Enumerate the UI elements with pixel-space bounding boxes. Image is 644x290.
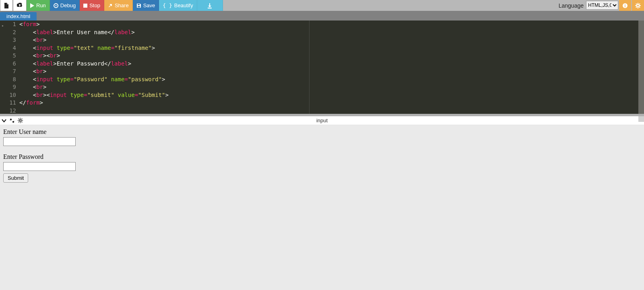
share-icon xyxy=(108,3,113,8)
save-label: Save xyxy=(143,2,155,8)
svg-rect-5 xyxy=(208,8,212,8)
submit-button[interactable]: Submit xyxy=(3,173,28,183)
info-icon: i xyxy=(622,3,628,8)
expand-icon xyxy=(10,118,14,123)
settings-button[interactable] xyxy=(632,0,644,11)
new-file-button[interactable] xyxy=(0,0,13,11)
file-icon xyxy=(4,3,9,8)
svg-line-13 xyxy=(636,4,637,4)
download-button[interactable] xyxy=(197,0,223,11)
debug-button[interactable]: Debug xyxy=(50,0,80,11)
language-select[interactable]: HTML,JS,CSS xyxy=(586,1,618,10)
debug-label: Debug xyxy=(60,2,76,8)
beautify-button[interactable]: { } Beautify xyxy=(159,0,197,11)
share-button[interactable]: Share xyxy=(104,0,133,11)
tab-index-html[interactable]: index.html xyxy=(0,12,37,21)
output-label-password: Enter Password xyxy=(3,153,641,160)
collapse-output-button[interactable] xyxy=(0,118,8,123)
output-label-username: Enter User name xyxy=(3,128,641,136)
code-editor[interactable]: ▸1 23456789101112 <form> <label>Enter Us… xyxy=(0,21,644,114)
print-margin xyxy=(309,21,310,114)
output-scroll-up[interactable] xyxy=(638,116,644,122)
editor-scrollbar[interactable] xyxy=(638,21,644,114)
svg-line-24 xyxy=(18,121,19,122)
svg-line-25 xyxy=(21,119,22,119)
play-icon xyxy=(30,3,34,8)
run-button[interactable]: Run xyxy=(27,0,50,11)
info-button[interactable]: i xyxy=(619,0,631,11)
debug-icon xyxy=(54,3,58,8)
svg-line-22 xyxy=(18,119,19,119)
output-header: input xyxy=(0,116,644,125)
expand-output-button[interactable] xyxy=(8,118,16,123)
svg-line-14 xyxy=(639,7,640,8)
upload-icon xyxy=(17,3,23,8)
code-area[interactable]: <form> <label>Enter User name</label> <b… xyxy=(19,21,644,114)
output-pane: Enter User name Enter Password Submit xyxy=(0,125,644,290)
output-settings-button[interactable] xyxy=(16,118,24,123)
password-input[interactable] xyxy=(3,162,76,171)
svg-line-23 xyxy=(21,121,22,122)
share-label: Share xyxy=(115,2,129,8)
output-title: input xyxy=(316,117,328,123)
svg-rect-2 xyxy=(83,4,87,8)
svg-rect-4 xyxy=(138,6,140,7)
tab-bar: index.html xyxy=(0,11,644,21)
save-icon xyxy=(136,3,141,8)
upload-button[interactable] xyxy=(13,0,27,11)
svg-rect-3 xyxy=(138,4,140,5)
svg-line-15 xyxy=(636,7,637,8)
gutter: ▸1 23456789101112 xyxy=(0,21,19,114)
gear-icon xyxy=(18,118,23,123)
beautify-label: Beautify xyxy=(174,2,193,8)
stop-button[interactable]: Stop xyxy=(80,0,104,11)
download-icon xyxy=(207,3,213,8)
language-label: Language xyxy=(556,0,586,11)
svg-text:i: i xyxy=(625,4,626,8)
save-button[interactable]: Save xyxy=(133,0,159,11)
gear-icon xyxy=(635,3,641,8)
run-label: Run xyxy=(36,2,46,8)
stop-label: Stop xyxy=(89,2,100,8)
stop-icon xyxy=(83,4,87,8)
svg-point-17 xyxy=(19,119,21,121)
toolbar-spacer xyxy=(223,0,556,11)
svg-line-16 xyxy=(639,4,640,4)
svg-point-1 xyxy=(55,5,56,6)
chevron-down-icon xyxy=(2,118,6,123)
braces-icon: { } xyxy=(163,2,172,8)
username-input[interactable] xyxy=(3,137,76,146)
svg-point-8 xyxy=(637,4,639,7)
toolbar: Run Debug Stop Share Save { } Beautify L… xyxy=(0,0,644,11)
